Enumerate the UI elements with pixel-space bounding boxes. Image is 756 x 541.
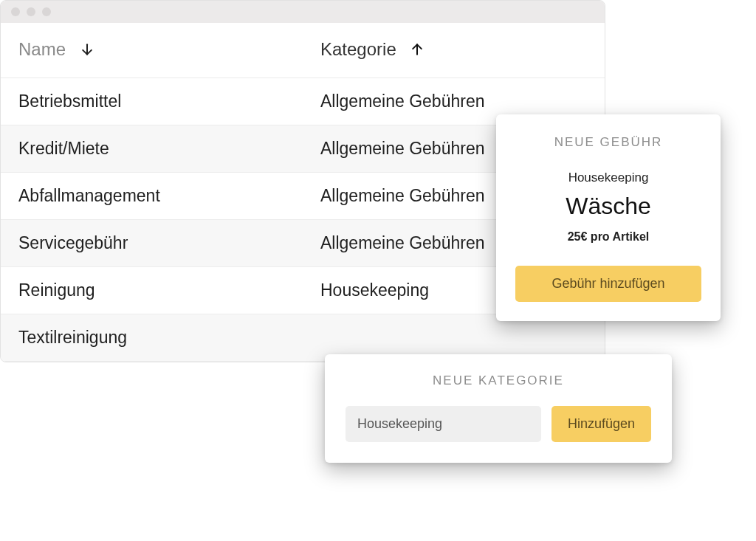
category-name-input[interactable] — [346, 406, 541, 442]
new-fee-card: NEUE GEBÜHR Housekeeping Wäsche 25€ pro … — [496, 114, 721, 321]
cell-name: Reinigung — [1, 266, 303, 314]
add-fee-button[interactable]: Gebühr hinzufügen — [515, 266, 701, 302]
arrow-up-icon — [410, 41, 425, 61]
new-category-card: NEUE KATEGORIE Hinzufügen — [325, 354, 672, 463]
window-dot — [11, 7, 20, 16]
window-titlebar — [1, 1, 605, 23]
cell-name: Abfallmanagement — [1, 172, 303, 219]
column-header-category[interactable]: Kategorie — [303, 23, 605, 77]
cell-name: Betriebsmittel — [1, 77, 303, 125]
arrow-down-icon — [80, 41, 94, 61]
column-header-category-label: Kategorie — [320, 39, 396, 59]
fee-price: 25€ pro Artikel — [515, 230, 701, 244]
new-category-title: NEUE KATEGORIE — [346, 373, 651, 388]
fee-category: Housekeeping — [515, 170, 701, 185]
fee-name: Wäsche — [515, 193, 701, 220]
new-fee-title: NEUE GEBÜHR — [515, 135, 701, 150]
cell-name: Textilreinigung — [1, 314, 303, 361]
window-dot — [27, 7, 35, 16]
add-category-button[interactable]: Hinzufügen — [551, 406, 651, 442]
column-header-name-label: Name — [18, 39, 66, 59]
cell-name: Servicegebühr — [1, 219, 303, 266]
cell-name: Kredit/Miete — [1, 125, 303, 172]
window-dot — [42, 7, 51, 16]
column-header-name[interactable]: Name — [1, 23, 303, 77]
